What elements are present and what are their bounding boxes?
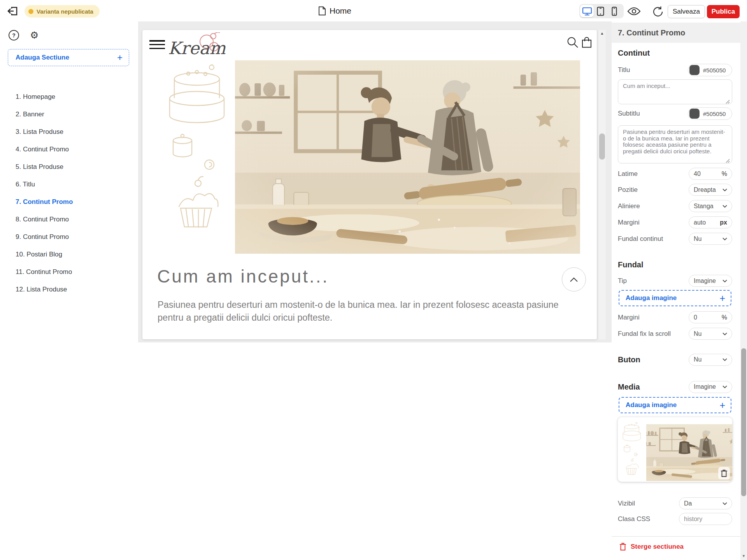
- continut-heading: Continut: [618, 49, 650, 58]
- save-button[interactable]: Salveaza: [668, 5, 705, 18]
- panel-scrollbar-thumb[interactable]: [741, 348, 746, 496]
- sidebar-item-banner[interactable]: 2. Banner: [16, 111, 44, 119]
- status-badge-label: Varianta nepublicata: [37, 8, 93, 15]
- tablet-preview-button[interactable]: [594, 5, 607, 17]
- preview-eye-button[interactable]: [627, 7, 641, 16]
- sidebar-item-continut-promo-7[interactable]: 7. Continut Promo: [16, 198, 73, 207]
- bakery-doodles-illustration: [161, 64, 231, 232]
- sidebar-item-postari-blog-10[interactable]: 10. Postari Blog: [16, 251, 62, 259]
- pozitie-label: Pozitie: [618, 186, 638, 194]
- site-preview: Kream Cum am inceput... Pasiunea pentru …: [142, 30, 597, 339]
- latime-input[interactable]: [694, 170, 716, 177]
- margini-input[interactable]: [694, 219, 716, 226]
- fundal-adauga-imagine-button[interactable]: Adauga imagine +: [619, 290, 731, 306]
- media-adauga-imagine-button[interactable]: Adauga imagine +: [619, 397, 731, 413]
- media-image-thumbnail[interactable]: [618, 417, 732, 482]
- fundal-fix-select[interactable]: Nu: [689, 328, 732, 340]
- latime-unit: %: [722, 170, 727, 177]
- site-logo[interactable]: Kream: [167, 32, 231, 60]
- sidebar-item-lista-produse-12[interactable]: 12. Lista Produse: [16, 286, 67, 294]
- margini-unit: px: [720, 219, 727, 226]
- fundal-continut-label: Fundal continut: [618, 235, 663, 243]
- scroll-down-arrow-icon[interactable]: ▼: [740, 554, 747, 558]
- titlu-color-picker[interactable]: #505050: [688, 64, 732, 76]
- fundal-margini-unit: %: [722, 314, 727, 321]
- add-section-button[interactable]: Adauga Sectiune +: [8, 49, 129, 66]
- buton-heading: Buton: [618, 355, 640, 364]
- titlu-color-hex: #505050: [703, 67, 726, 74]
- sync-button[interactable]: [652, 6, 664, 18]
- fundal-fix-label: Fundal fix la scroll: [618, 330, 671, 338]
- fundal-margini-field: %: [689, 311, 732, 323]
- scroll-up-arrow-icon[interactable]: ▲: [598, 31, 606, 35]
- media-heading: Media: [618, 383, 640, 391]
- media-select[interactable]: Imagine: [689, 381, 732, 393]
- refresh-icon: [652, 6, 664, 18]
- publish-button[interactable]: Publica: [707, 5, 740, 18]
- status-badge: Varianta nepublicata: [25, 5, 100, 18]
- subtitlu-color-picker[interactable]: #505050: [688, 107, 732, 120]
- fundal-fix-value: Nu: [694, 330, 701, 337]
- subtitlu-color-hex: #505050: [703, 111, 726, 117]
- adauga-imagine-label: Adauga imagine: [626, 294, 677, 302]
- desktop-preview-button[interactable]: [580, 5, 594, 17]
- desktop-icon: [582, 7, 592, 16]
- latime-field: %: [689, 168, 732, 180]
- fundal-margini-label: Margini: [618, 314, 640, 321]
- clasa-css-field: [679, 513, 732, 525]
- sidebar-item-continut-promo-9[interactable]: 9. Continut Promo: [16, 233, 69, 242]
- sidebar-item-homepage[interactable]: 1. Homepage: [16, 93, 55, 102]
- mobile-preview-button[interactable]: [607, 5, 621, 17]
- preview-scrollbar[interactable]: ▲: [598, 30, 606, 339]
- page-selector[interactable]: Home: [318, 5, 351, 17]
- delete-section-label: Sterge sectiunea: [631, 543, 684, 551]
- bakery-doodles-illustration: [620, 422, 643, 476]
- latime-label: Latime: [618, 170, 638, 178]
- remove-image-button[interactable]: [718, 467, 730, 479]
- fundal-margini-input[interactable]: [694, 314, 716, 321]
- color-swatch: [689, 65, 700, 75]
- exit-editor-button[interactable]: [7, 5, 19, 17]
- panel-scrollbar[interactable]: ▼: [740, 21, 747, 560]
- chevron-down-icon: [722, 332, 727, 335]
- vizibil-label: Vizibil: [618, 500, 635, 507]
- trash-icon: [619, 542, 626, 551]
- sidebar-item-continut-promo-4[interactable]: 4. Continut Promo: [16, 146, 69, 154]
- plus-icon: +: [117, 53, 123, 62]
- shopping-bag-icon[interactable]: [581, 37, 592, 48]
- delete-section-button[interactable]: Sterge sectiunea: [619, 542, 684, 551]
- chevron-down-icon: [722, 502, 727, 505]
- vizibil-select[interactable]: Da: [679, 497, 732, 509]
- scroll-top-button[interactable]: [562, 267, 586, 291]
- fundal-heading: Fundal: [618, 260, 644, 269]
- device-preview-switcher: [579, 4, 624, 18]
- sidebar-item-titlu-6[interactable]: 6. Titlu: [16, 181, 35, 189]
- subtitlu-textarea[interactable]: Pasiunea pentru deserturi am mostenit-o …: [618, 125, 732, 163]
- menu-icon[interactable]: [149, 40, 165, 49]
- top-bar: Varianta nepublicata Home: [0, 0, 747, 21]
- help-icon[interactable]: ?: [9, 30, 19, 40]
- fundal-continut-value: Nu: [694, 235, 701, 242]
- buton-value: Nu: [694, 356, 701, 363]
- chevron-up-icon: [570, 277, 578, 282]
- page-icon: [318, 6, 326, 16]
- gear-icon[interactable]: ⚙: [30, 30, 39, 40]
- clasa-css-input[interactable]: [684, 516, 723, 523]
- fundal-continut-select[interactable]: Nu: [689, 233, 732, 245]
- preview-scrollbar-thumb[interactable]: [599, 133, 605, 160]
- tip-select[interactable]: Imagine: [689, 275, 732, 287]
- sidebar-item-lista-produse-3[interactable]: 3. Lista Produse: [16, 128, 63, 137]
- tablet-icon: [597, 7, 604, 16]
- sections-sidebar: ? ⚙ Adauga Sectiune + 1. Homepage 2. Ban…: [0, 21, 138, 560]
- titlu-textarea[interactable]: Cum am inceput...: [618, 79, 732, 104]
- sidebar-item-continut-promo-11[interactable]: 11. Continut Promo: [16, 268, 72, 277]
- svg-text:Kream: Kream: [168, 38, 226, 58]
- buton-select[interactable]: Nu: [689, 354, 732, 366]
- eye-icon: [627, 7, 641, 16]
- aliniere-select[interactable]: Stanga: [689, 200, 732, 212]
- pozitie-select[interactable]: Dreapta: [689, 184, 732, 196]
- search-icon[interactable]: [566, 36, 579, 49]
- section-settings-panel: 7. Continut Promo Continut Titlu #505050…: [612, 21, 740, 560]
- sidebar-item-lista-produse-5[interactable]: 5. Lista Produse: [16, 163, 63, 172]
- sidebar-item-continut-promo-8[interactable]: 8. Continut Promo: [16, 216, 69, 224]
